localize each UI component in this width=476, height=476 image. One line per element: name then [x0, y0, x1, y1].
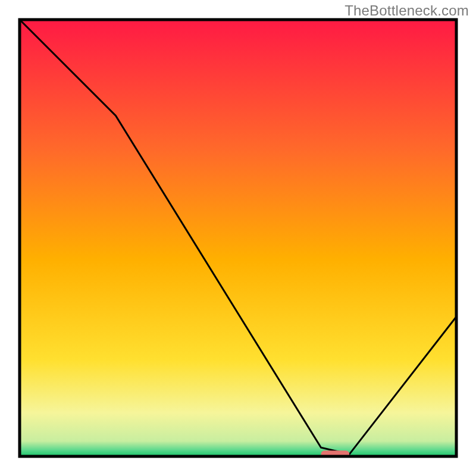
bottleneck-chart: [0, 0, 476, 476]
chart-container: { "watermark": { "text": "TheBottleneck.…: [0, 0, 476, 476]
